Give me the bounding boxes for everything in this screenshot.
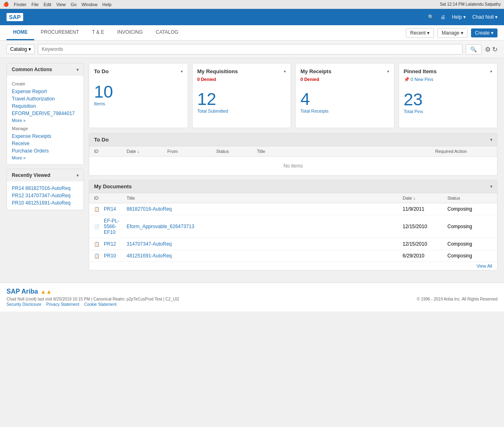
todo-card-chevron[interactable]: ▾: [181, 69, 183, 74]
search-icon[interactable]: 🔍: [428, 14, 434, 20]
doc-id-link-0[interactable]: PR14: [104, 206, 116, 212]
go-menu[interactable]: Go: [71, 2, 77, 7]
refresh-icon[interactable]: ↻: [492, 46, 497, 53]
help-button[interactable]: Help ▾: [452, 14, 466, 20]
dashboard: To Do ▾ 10 Items My Requisitions ▾ 0 Den…: [89, 63, 497, 274]
common-actions-header[interactable]: Common Actions ▾: [7, 63, 83, 76]
footer-left: Chad Noll (cnoll) last visit 8/25/2019 1…: [7, 295, 179, 307]
security-disclosure-link[interactable]: Security Disclosure: [7, 302, 42, 307]
doc-title-link-3[interactable]: 481251691-AutoReq: [127, 253, 172, 259]
todo-number: 10: [94, 83, 183, 101]
link-receive[interactable]: Receive: [12, 140, 79, 147]
doc-col-status: Status: [447, 196, 492, 200]
doc-id-link-3[interactable]: PR10: [104, 253, 116, 259]
print-icon[interactable]: 🖨: [440, 14, 445, 20]
tab-invoicing[interactable]: INVOICING: [111, 25, 149, 40]
todo-table-chevron[interactable]: ▾: [490, 137, 492, 142]
requisitions-denied-badge: 0 Denied: [197, 77, 286, 82]
manage-more-link[interactable]: More »: [12, 155, 79, 161]
doc-date-0: 11/9/2011: [403, 206, 447, 212]
receipts-number: 4: [300, 90, 389, 109]
tab-te[interactable]: T & E: [85, 25, 111, 40]
settings-icon[interactable]: ⚙: [485, 46, 491, 53]
search-input[interactable]: [38, 44, 462, 54]
finder-menu[interactable]: Finder: [14, 2, 26, 7]
todo-label: Items: [94, 101, 183, 106]
pin-icon: 📌: [404, 77, 410, 82]
chevron-down-icon: ▾: [28, 46, 31, 52]
requisitions-label: Total Submitted: [197, 109, 286, 113]
create-button[interactable]: Create ▾: [471, 28, 497, 37]
footer-links: Security Disclosure Privacy Statement Co…: [7, 302, 179, 307]
tab-procurement[interactable]: PROCUREMENT: [34, 25, 85, 40]
receipts-card-chevron[interactable]: ▾: [387, 69, 389, 74]
footer-copyright: © 1996 - 2019 Ariba Inc. All Rights Rese…: [417, 297, 497, 307]
link-purchase-orders[interactable]: Purchase Orders: [12, 147, 79, 155]
doc-title-link-0[interactable]: 881827016-AutoReq: [127, 206, 172, 212]
doc-title-link-1[interactable]: Eform_Approvable_626473713: [127, 224, 194, 229]
mac-bar-right: Sat 12:14 PM Lalatendu Satpathy: [440, 2, 501, 7]
manage-button[interactable]: Manage ▾: [437, 28, 468, 38]
link-expense-report[interactable]: Expense Report: [12, 88, 79, 95]
user-button[interactable]: Chad Noll ▾: [472, 14, 497, 20]
doc-title-3: 481251691-AutoReq: [127, 253, 403, 259]
cookie-statement-link[interactable]: Cookie Statement: [84, 302, 117, 307]
link-requisition[interactable]: Requisition: [12, 102, 79, 110]
search-category-dropdown[interactable]: Catalog ▾: [7, 44, 35, 54]
view-menu[interactable]: View: [56, 2, 66, 7]
doc-date-2: 12/15/2010: [403, 241, 447, 247]
pinned-items-card-chevron[interactable]: ▾: [490, 69, 492, 74]
recently-viewed-section: Recently Viewed ▾ PR14 881827016-AutoReq…: [7, 169, 84, 210]
doc-status-2: Composing: [447, 241, 492, 247]
search-bar: Catalog ▾ 🔍 ⚙ ↻: [0, 41, 504, 58]
tab-catalog[interactable]: CATALOG: [149, 25, 185, 40]
receipts-card-header: My Receipts ▾: [300, 68, 389, 74]
link-eform-derive[interactable]: EFORM_DERIVE_79844017: [12, 110, 79, 117]
doc-id-link-1[interactable]: EF-PL-5566-EF10: [104, 218, 127, 235]
table-row: 📋 PR12 314707347-AutoReq 12/15/2010 Comp…: [89, 238, 497, 250]
doc-title-link-2[interactable]: 314707347-AutoReq: [127, 241, 172, 247]
file-menu[interactable]: File: [31, 2, 39, 7]
edit-menu[interactable]: Edit: [44, 2, 51, 7]
recent-button[interactable]: Recent ▾: [406, 28, 434, 38]
search-button[interactable]: 🔍: [466, 44, 482, 54]
pinned-items-card: Pinned Items ▾ 📌 0 New Pins 23 Total Pin…: [399, 63, 498, 128]
dropdown-label: Catalog: [10, 46, 27, 52]
search-tools: ⚙ ↻: [485, 46, 497, 53]
footer-logo-icon: ▲▲: [40, 288, 52, 295]
receipts-denied-badge: 0 Denied: [300, 77, 389, 82]
pinned-label: Total Pins: [404, 109, 493, 114]
doc-id-link-2[interactable]: PR12: [104, 241, 116, 247]
col-title: Title: [257, 149, 435, 154]
link-expense-receipts[interactable]: Expense Receipts: [12, 133, 79, 140]
my-documents-col-headers: ID Title Date ↓ Status: [89, 193, 497, 203]
search-magnifier-icon: 🔍: [470, 46, 477, 52]
footer-logo-area: SAP Ariba ▲▲: [7, 288, 497, 295]
help-menu[interactable]: Help: [102, 2, 112, 7]
view-all-link[interactable]: View All: [89, 262, 497, 270]
create-more-link[interactable]: More »: [12, 117, 79, 124]
tab-home[interactable]: HOME: [7, 25, 34, 40]
my-documents-title: My Documents: [94, 183, 131, 190]
doc-title-1: Eform_Approvable_626473713: [127, 224, 403, 229]
footer-bottom: Chad Noll (cnoll) last visit 8/25/2019 1…: [7, 295, 497, 307]
recent-item-2[interactable]: PR10 481251691-AutoReq: [12, 199, 79, 207]
common-actions-title: Common Actions: [12, 67, 52, 72]
create-group-label: Create: [12, 81, 79, 86]
doc-icon-2: 📋: [94, 242, 100, 247]
col-from: From: [167, 149, 216, 154]
sap-logo[interactable]: SAP: [7, 13, 23, 21]
recently-viewed-header[interactable]: Recently Viewed ▾: [7, 169, 83, 181]
privacy-statement-link[interactable]: Privacy Statement: [46, 302, 79, 307]
nav-right-buttons: Recent ▾ Manage ▾ Create ▾: [406, 28, 497, 38]
chevron-icon: ▾: [77, 68, 79, 72]
my-documents-chevron[interactable]: ▾: [490, 184, 492, 189]
recent-item-1[interactable]: PR12 314707347-AutoReq: [12, 192, 79, 199]
recent-item-0[interactable]: PR14 881827016-AutoReq: [12, 185, 79, 192]
link-travel-authorization[interactable]: Travel Authorization: [12, 95, 79, 102]
recently-viewed-title: Recently Viewed: [12, 172, 50, 178]
col-required-action: Required Action: [435, 149, 492, 154]
requisitions-card-chevron[interactable]: ▾: [284, 69, 286, 74]
window-menu[interactable]: Window: [81, 2, 97, 7]
doc-col-date: Date ↓: [403, 196, 447, 200]
